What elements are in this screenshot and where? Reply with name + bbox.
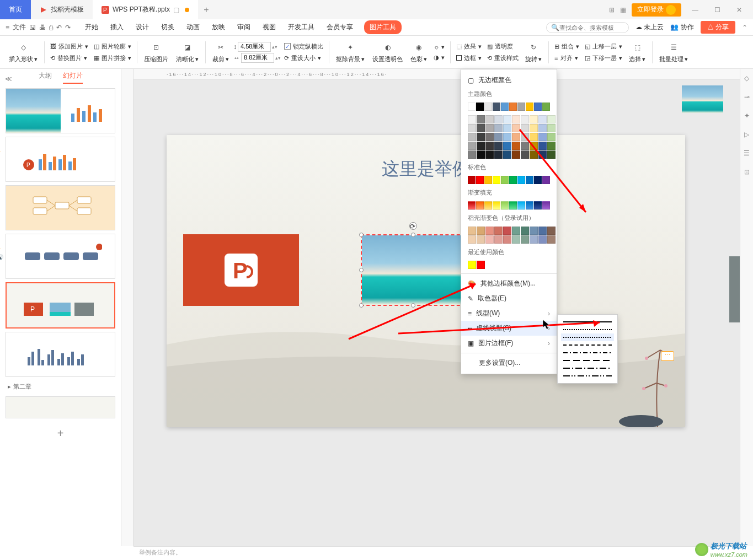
color-swatch[interactable] [517, 103, 525, 111]
color-swatch[interactable] [468, 235, 476, 244]
tool-add-image[interactable]: 🖼添加图片 ▾ [48, 41, 90, 52]
tool-forward[interactable]: ◱上移一层 ▾ [583, 41, 624, 52]
floating-thumbnail[interactable] [682, 85, 723, 113]
rotate-handle[interactable]: ⟳ [409, 222, 417, 230]
tab-slideshow[interactable]: 放映 [211, 20, 226, 34]
color-swatch[interactable] [477, 261, 485, 269]
tool-select[interactable]: ⬚ 选择 ▾ [626, 39, 649, 66]
tool-align[interactable]: ≡对齐 ▾ [552, 53, 581, 63]
slide-thumb-4[interactable]: 4 [6, 185, 115, 230]
color-swatch[interactable] [538, 227, 547, 235]
tool-reset-style[interactable]: ⟲重设样式 [485, 53, 521, 63]
slide-thumb-3[interactable]: 3 ✦ P [6, 137, 115, 182]
rp-prop-icon[interactable]: ☰ [744, 149, 750, 157]
tool-crop[interactable]: ✂ 裁剪 ▾ [209, 39, 232, 66]
close-button[interactable]: ✕ [731, 2, 747, 18]
tab-home[interactable]: 首页 [0, 0, 31, 19]
redo-icon[interactable]: ↷ [65, 24, 71, 31]
color-swatch[interactable] [512, 235, 520, 244]
slide-thumb-5[interactable]: 5 ✦ 🔊 [6, 234, 115, 279]
tool-clarity[interactable]: ◪ 清晰化 ▾ [173, 39, 202, 66]
slide-thumb-8[interactable]: 8 [6, 396, 115, 418]
add-slide-button[interactable]: + [0, 422, 121, 445]
color-swatch[interactable] [468, 261, 476, 269]
rp-tool-icon[interactable]: ✦ [744, 112, 750, 120]
slides-tab[interactable]: 幻灯片 [63, 71, 83, 84]
tool-batch[interactable]: ☰ 批量处理 ▾ [656, 39, 691, 66]
dash-short[interactable] [561, 341, 614, 349]
dash-dash-dot[interactable] [561, 349, 614, 357]
file-menu[interactable]: 文件 [13, 23, 26, 32]
tool-group[interactable]: ⊞组合 ▾ [552, 41, 581, 52]
rp-anim-icon[interactable]: ▷ [744, 131, 749, 138]
slide-thumb-6[interactable]: 6 P [6, 282, 115, 329]
tool-remove-bg[interactable]: ✦ 抠除背景 ▾ [333, 39, 368, 66]
dash-long-dot-dot[interactable] [561, 372, 614, 380]
handle-w[interactable] [359, 268, 364, 272]
color-swatch[interactable] [476, 103, 484, 111]
tool-effects[interactable]: ⬚效果 ▾ [454, 41, 484, 52]
handle-nw[interactable] [359, 233, 364, 237]
tab-review[interactable]: 审阅 [236, 20, 252, 34]
slide-ppt-icon[interactable]: P [183, 234, 299, 306]
color-swatch[interactable] [494, 235, 503, 244]
color-swatch[interactable] [493, 103, 500, 111]
color-swatch[interactable] [538, 235, 547, 244]
tool-contrast[interactable]: ◑▾ [431, 53, 447, 62]
tool-stitch[interactable]: ▦图片拼接 ▾ [92, 53, 133, 63]
cloud-status[interactable]: ☁ 未上云 [635, 23, 664, 32]
collapse-left-icon[interactable]: ≪ [3, 74, 13, 84]
height-input[interactable] [238, 42, 271, 52]
color-swatch[interactable] [526, 103, 533, 111]
color-swatch[interactable] [530, 235, 538, 244]
search-box[interactable]: 🔍 [546, 22, 629, 33]
tab-picture-tools[interactable]: 图片工具 [364, 20, 402, 34]
tool-transparency[interactable]: ▨透明度 [485, 41, 521, 52]
color-swatch[interactable] [521, 227, 529, 235]
rp-shape-icon[interactable]: ◇ [744, 74, 749, 82]
tool-brightness[interactable]: ☼▾ [431, 42, 447, 52]
floating-action[interactable]: ⋯ [661, 351, 674, 361]
collapse-ribbon-icon[interactable]: ⌃ [742, 24, 747, 31]
layout2-icon[interactable]: ▦ [620, 6, 626, 14]
color-swatch[interactable] [468, 227, 476, 235]
maximize-button[interactable]: ☐ [709, 2, 725, 18]
color-swatch[interactable] [477, 227, 485, 235]
menu-icon[interactable]: ≡ [6, 24, 9, 31]
color-swatch[interactable] [512, 227, 520, 235]
lock-ratio-checkbox[interactable]: 锁定纵横比 [282, 41, 325, 52]
tool-replace-image[interactable]: ⟲替换图片 ▾ [48, 53, 90, 63]
slide-logo-box[interactable] [729, 256, 740, 322]
color-swatch[interactable] [503, 227, 511, 235]
color-swatch[interactable] [547, 235, 556, 244]
search-input[interactable] [559, 24, 624, 31]
tool-rotate[interactable]: ↻ 旋转 ▾ [522, 39, 545, 66]
tab-document[interactable]: P WPS PPT教程.pptx ▢ [93, 0, 198, 19]
color-swatch[interactable] [494, 227, 503, 235]
preview-icon[interactable]: ⎙ [49, 24, 53, 31]
rp-more-icon[interactable]: ⊡ [744, 168, 750, 176]
color-swatch[interactable] [542, 103, 550, 111]
tool-outline[interactable]: ◫图片轮廓 ▾ [92, 41, 133, 52]
slide-thumb-2[interactable] [6, 88, 115, 133]
width-input[interactable] [241, 53, 274, 63]
notes-bar[interactable]: 举例备注内容。 [133, 546, 740, 560]
color-swatch[interactable] [468, 103, 476, 111]
color-swatch[interactable] [530, 227, 538, 235]
print-icon[interactable]: 🖶 [39, 24, 46, 31]
color-swatch[interactable] [501, 103, 509, 111]
slide-thumb-7[interactable]: 7 [6, 332, 115, 377]
tool-compress[interactable]: ⊡ 压缩图片 [141, 39, 172, 66]
tab-transition[interactable]: 切换 [160, 20, 175, 34]
tool-insert-shape[interactable]: ◇ 插入形状 ▾ [6, 39, 41, 66]
color-swatch[interactable] [547, 227, 556, 235]
dash-long-dot[interactable] [561, 364, 614, 372]
color-swatch[interactable] [521, 235, 529, 244]
tab-member[interactable]: 会员专享 [325, 20, 354, 34]
tab-add-button[interactable]: + [198, 5, 215, 15]
rp-connector-icon[interactable]: ⊸ [744, 93, 750, 101]
save-icon[interactable]: 🖫 [29, 24, 36, 31]
tool-set-transparent[interactable]: ◐ 设置透明色 [369, 39, 406, 66]
color-swatch[interactable] [534, 103, 542, 111]
dash-long[interactable] [561, 357, 614, 364]
